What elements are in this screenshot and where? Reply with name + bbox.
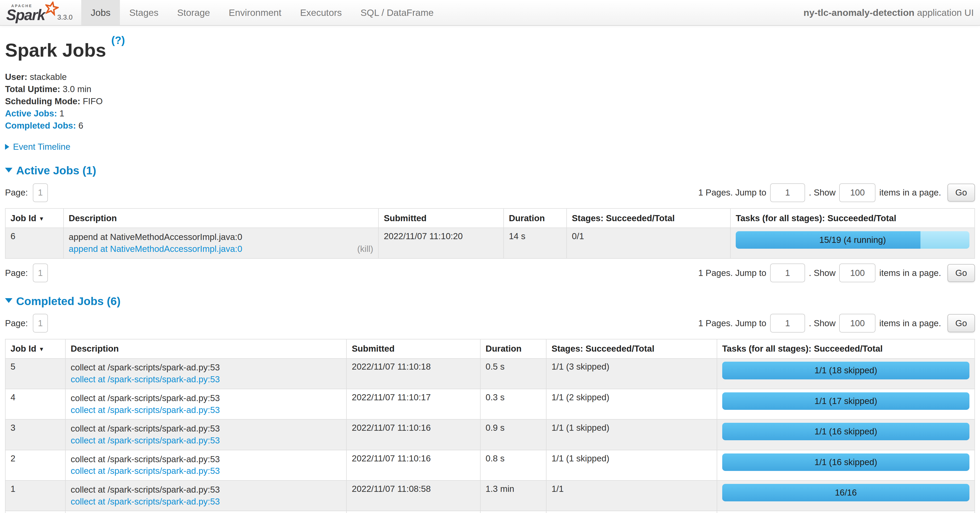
items-label: items in a page. (880, 268, 941, 278)
spark-logo-text: Spark (6, 8, 45, 23)
tasks-cell: 1/1 (17 skipped) (717, 389, 975, 419)
spark-version: 3.3.0 (57, 13, 73, 23)
duration-cell: 0.9 s (480, 419, 546, 450)
star-icon (43, 0, 60, 16)
page-number-input[interactable] (33, 183, 48, 202)
tasks-cell: 1/1 (18 skipped) (717, 359, 975, 389)
column-header-duration[interactable]: Duration (480, 339, 546, 359)
submitted-cell: 2022/11/07 11:08:58 (347, 480, 480, 511)
page-number-input[interactable] (33, 264, 48, 282)
description-link[interactable]: collect at /spark-scripts/spark-ad.py:53 (71, 405, 220, 415)
stages-cell: 1/1 (1 skipped) (546, 419, 717, 450)
description-link[interactable]: collect at /spark-scripts/spark-ad.py:53 (71, 435, 220, 445)
collapse-arrow-icon (5, 168, 13, 173)
summary-active-jobs: Active Jobs: 1 (5, 107, 975, 119)
tasks-progress-bar: 1/1 (18 skipped) (722, 362, 970, 379)
submitted-cell: 2022/11/07 11:10:18 (347, 359, 480, 389)
table-header-row: Job Id ▼ Description Submitted Duration … (5, 208, 975, 228)
sort-desc-icon: ▼ (39, 215, 44, 222)
navbar: APACHE Spark 3.3.0 Jobs Stages Storage E… (0, 0, 980, 25)
submitted-cell: 2022/11/07 11:10:16 (347, 450, 480, 480)
nav-tabs: Jobs Stages Storage Environment Executor… (81, 0, 443, 25)
duration-cell: 1.3 min (480, 480, 546, 511)
tasks-cell: 1/1 (16 skipped) (717, 450, 975, 480)
items-per-page-input[interactable] (839, 264, 875, 282)
items-per-page-input[interactable] (839, 314, 875, 333)
expand-arrow-icon (5, 144, 9, 150)
column-header-tasks[interactable]: Tasks (for all stages): Succeeded/Total (730, 208, 975, 228)
column-header-stages[interactable]: Stages: Succeeded/Total (546, 339, 717, 359)
description-link[interactable]: collect at /spark-scripts/spark-ad.py:53 (71, 497, 220, 507)
column-header-submitted[interactable]: Submitted (347, 339, 480, 359)
duration-cell: 14 s (504, 228, 566, 258)
go-button[interactable]: Go (947, 314, 975, 332)
summary-user: User: stackable (5, 71, 975, 83)
active-jobs-link[interactable]: Active Jobs: (5, 108, 57, 118)
section-header-completed-jobs[interactable]: Completed Jobs (6) (5, 295, 975, 308)
tasks-cell: 1/1 (717, 511, 975, 513)
stages-cell: 1/1 (3 skipped) (546, 359, 717, 389)
page-label: Page: (5, 268, 28, 278)
spark-logo[interactable]: APACHE Spark 3.3.0 (0, 0, 81, 25)
tasks-progress-bar: 1/1 (17 skipped) (722, 392, 970, 410)
tasks-cell: 16/16 (717, 480, 975, 511)
column-header-job-id[interactable]: Job Id ▼ (5, 208, 64, 228)
pagination-active-bottom: Page: 1 Pages. Jump to . Show items in a… (5, 264, 975, 282)
tab-environment[interactable]: Environment (220, 0, 291, 25)
table-row: 4 collect at /spark-scripts/spark-ad.py:… (5, 389, 975, 419)
column-header-stages[interactable]: Stages: Succeeded/Total (566, 208, 730, 228)
page-label: Page: (5, 318, 28, 328)
event-timeline-toggle[interactable]: Event Timeline (5, 142, 975, 152)
tasks-progress-bar: 15/19 (4 running) (736, 231, 969, 249)
page-title: Spark Jobs (?) (5, 34, 975, 61)
pagination-completed-top: Page: 1 Pages. Jump to . Show items in a… (5, 314, 975, 333)
show-label: . Show (809, 187, 835, 198)
table-row: 0 parquet at NativeMethodAccessorImpl.ja… (5, 511, 975, 513)
column-header-tasks[interactable]: Tasks (for all stages): Succeeded/Total (717, 339, 975, 359)
kill-link[interactable]: (kill) (357, 243, 374, 255)
tab-jobs[interactable]: Jobs (81, 0, 120, 25)
items-label: items in a page. (880, 318, 941, 328)
description-cell: append at NativeMethodAccessorImpl.java:… (64, 228, 379, 258)
go-button[interactable]: Go (947, 264, 975, 282)
go-button[interactable]: Go (947, 184, 975, 202)
tab-sql-dataframe[interactable]: SQL / DataFrame (351, 0, 443, 25)
section-header-active-jobs[interactable]: Active Jobs (1) (5, 164, 975, 177)
submitted-cell: 2022/11/07 11:08:15 (347, 511, 480, 513)
description-link[interactable]: collect at /spark-scripts/spark-ad.py:53 (71, 374, 220, 384)
items-per-page-input[interactable] (839, 183, 875, 202)
page-number-input[interactable] (33, 314, 48, 333)
description-cell: collect at /spark-scripts/spark-ad.py:53… (65, 389, 347, 419)
description-link[interactable]: collect at /spark-scripts/spark-ad.py:53 (71, 466, 220, 476)
description-cell: collect at /spark-scripts/spark-ad.py:53… (65, 480, 347, 511)
table-row: 1 collect at /spark-scripts/spark-ad.py:… (5, 480, 975, 511)
stages-cell: 1/1 (546, 480, 717, 511)
description-link[interactable]: append at NativeMethodAccessorImpl.java:… (69, 244, 242, 254)
submitted-cell: 2022/11/07 11:10:16 (347, 419, 480, 450)
column-header-duration[interactable]: Duration (504, 208, 566, 228)
tab-stages[interactable]: Stages (120, 0, 168, 25)
job-id-cell: 3 (5, 419, 65, 450)
completed-jobs-link[interactable]: Completed Jobs: (5, 121, 76, 130)
table-header-row: Job Id ▼ Description Submitted Duration … (5, 339, 975, 359)
job-id-cell: 5 (5, 359, 65, 389)
table-row: 2 collect at /spark-scripts/spark-ad.py:… (5, 450, 975, 480)
tasks-cell: 1/1 (16 skipped) (717, 419, 975, 450)
tab-executors[interactable]: Executors (291, 0, 351, 25)
show-label: . Show (809, 318, 835, 328)
column-header-job-id[interactable]: Job Id ▼ (5, 339, 65, 359)
help-icon[interactable]: (?) (111, 34, 125, 46)
stages-cell: 1/1 (1 skipped) (546, 450, 717, 480)
sort-desc-icon: ▼ (39, 346, 44, 353)
tab-storage[interactable]: Storage (168, 0, 220, 25)
column-header-submitted[interactable]: Submitted (379, 208, 504, 228)
column-header-description[interactable]: Description (65, 339, 347, 359)
jump-to-page-input[interactable] (770, 264, 805, 282)
job-summary: User: stackable Total Uptime: 3.0 min Sc… (5, 71, 975, 132)
description-cell: collect at /spark-scripts/spark-ad.py:53… (65, 450, 347, 480)
jump-to-page-input[interactable] (770, 314, 805, 333)
submitted-cell: 2022/11/07 11:10:20 (379, 228, 504, 258)
jump-to-page-input[interactable] (770, 183, 805, 202)
completed-jobs-table: Job Id ▼ Description Submitted Duration … (5, 339, 975, 513)
column-header-description[interactable]: Description (64, 208, 379, 228)
